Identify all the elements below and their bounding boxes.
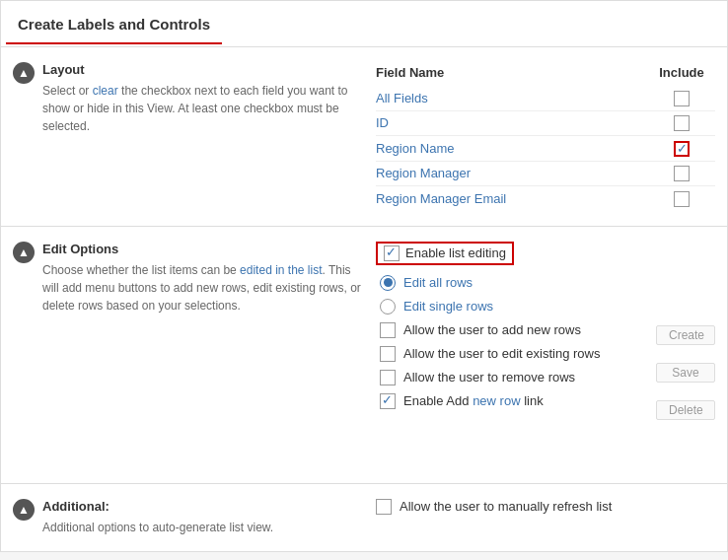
edit-section-left: ▲ Edit Options Choose whether the list i… bbox=[13, 242, 368, 315]
page-container: Create Labels and Controls ▲ Layout Sele… bbox=[0, 0, 728, 552]
additional-section-right: Allow the user to manually refresh list bbox=[368, 499, 715, 515]
action-button-slot: Save bbox=[656, 360, 715, 385]
edit-options-section: ▲ Edit Options Choose whether the list i… bbox=[1, 227, 727, 484]
layout-section-right: Field Name Include All FieldsIDRegion Na… bbox=[368, 62, 715, 211]
field-checkbox[interactable] bbox=[674, 141, 690, 157]
edit-section-right: Enable list editing Edit all rowsEdit si… bbox=[368, 242, 715, 468]
radio-label: Edit all rows bbox=[403, 275, 473, 290]
enable-list-edit-container: Enable list editing bbox=[376, 242, 514, 265]
check-option-label: Allow the user to add new rows bbox=[403, 322, 581, 337]
check-option-row: Enable Add new row link bbox=[376, 393, 646, 409]
field-row: ID bbox=[376, 110, 715, 136]
include-header: Include bbox=[656, 62, 715, 86]
field-checkbox[interactable] bbox=[674, 166, 690, 181]
check-options-container: Allow the user to add new rowsAllow the … bbox=[376, 322, 646, 417]
layout-label: Layout bbox=[42, 62, 368, 77]
layout-info: Layout Select or clear the checkbox next… bbox=[42, 62, 368, 135]
radio-button[interactable] bbox=[380, 275, 396, 291]
include-cell bbox=[656, 161, 715, 186]
action-button-slot: Create bbox=[656, 322, 715, 348]
check-option-checkbox[interactable] bbox=[380, 370, 396, 385]
check-option-checkbox[interactable] bbox=[380, 322, 396, 338]
check-option-row: Allow the user to add new rows bbox=[376, 322, 646, 338]
field-row: All Fields bbox=[376, 86, 715, 110]
check-option-text: Allow the user to add new rows bbox=[403, 322, 581, 337]
field-name-cell: Region Manager bbox=[376, 161, 656, 186]
layout-clear-link[interactable]: clear bbox=[93, 84, 118, 98]
field-name-cell: Region Manager Email bbox=[376, 186, 656, 211]
radio-row[interactable]: Edit single rows bbox=[376, 299, 715, 315]
field-name-header: Field Name bbox=[376, 62, 656, 86]
enable-list-edit-label: Enable list editing bbox=[405, 245, 506, 260]
check-option-text: Allow the user to remove rows bbox=[403, 370, 575, 385]
field-checkbox[interactable] bbox=[674, 91, 690, 106]
check-option-checkbox[interactable] bbox=[380, 393, 396, 409]
include-cell bbox=[656, 86, 715, 110]
field-table: Field Name Include All FieldsIDRegion Na… bbox=[376, 62, 715, 211]
check-option-checkbox[interactable] bbox=[380, 346, 396, 362]
check-option-label: Allow the user to edit existing rows bbox=[403, 346, 600, 361]
radio-label: Edit single rows bbox=[403, 299, 493, 314]
additional-desc: Additional options to auto-generate list… bbox=[42, 519, 273, 536]
check-options-area: Allow the user to add new rowsAllow the … bbox=[376, 322, 715, 468]
include-cell bbox=[656, 110, 715, 136]
action-button[interactable]: Create bbox=[656, 325, 715, 345]
layout-desc: Select or clear the checkbox next to eac… bbox=[42, 82, 368, 135]
radio-inner-dot bbox=[384, 278, 393, 287]
check-option-row: Allow the user to edit existing rows bbox=[376, 346, 646, 362]
check-option-text: Allow the user to edit existing rows bbox=[403, 346, 600, 361]
layout-section: ▲ Layout Select or clear the checkbox ne… bbox=[1, 47, 727, 227]
additional-label: Additional: bbox=[42, 499, 273, 514]
enable-list-edit-checkbox[interactable] bbox=[384, 245, 400, 261]
edit-collapse-icon[interactable]: ▲ bbox=[13, 242, 35, 263]
field-name-cell: All Fields bbox=[376, 86, 656, 110]
page-title: Create Labels and Controls bbox=[6, 1, 222, 44]
field-row: Region Manager Email bbox=[376, 186, 715, 211]
field-row: Region Name bbox=[376, 136, 715, 162]
field-checkbox[interactable] bbox=[674, 115, 690, 131]
action-button[interactable]: Save bbox=[656, 363, 715, 383]
field-name-cell: Region Name bbox=[376, 136, 656, 162]
layout-collapse-icon[interactable]: ▲ bbox=[13, 62, 35, 84]
edit-label: Edit Options bbox=[42, 242, 368, 256]
check-option-text: Enable Add bbox=[403, 393, 473, 408]
edit-info: Edit Options Choose whether the list ite… bbox=[42, 242, 368, 315]
title-area: Create Labels and Controls bbox=[1, 1, 727, 47]
manual-refresh-checkbox[interactable] bbox=[376, 499, 392, 515]
include-cell bbox=[656, 186, 715, 211]
check-option-text: link bbox=[521, 393, 544, 408]
check-option-label: Allow the user to remove rows bbox=[403, 370, 575, 385]
radio-options-container: Edit all rowsEdit single rows bbox=[376, 275, 715, 315]
check-option-row: Allow the user to remove rows bbox=[376, 370, 646, 385]
radio-button[interactable] bbox=[380, 299, 396, 315]
manual-refresh-label: Allow the user to manually refresh list bbox=[400, 499, 612, 514]
action-buttons-container: CreateSaveDelete bbox=[656, 322, 715, 468]
action-button-slot bbox=[656, 435, 715, 460]
additional-info: Additional: Additional options to auto-g… bbox=[42, 499, 273, 536]
edit-desc: Choose whether the list items can be edi… bbox=[42, 261, 368, 315]
include-cell bbox=[656, 136, 715, 162]
field-name-cell: ID bbox=[376, 110, 656, 136]
action-button-slot: Delete bbox=[656, 397, 715, 423]
edit-in-list-link[interactable]: edited in the list bbox=[240, 263, 322, 277]
radio-row[interactable]: Edit all rows bbox=[376, 275, 715, 291]
action-button[interactable]: Delete bbox=[656, 400, 715, 420]
layout-section-left: ▲ Layout Select or clear the checkbox ne… bbox=[13, 62, 368, 135]
field-checkbox[interactable] bbox=[674, 191, 690, 207]
manually-refresh-link[interactable]: manually refresh list bbox=[498, 499, 613, 514]
additional-collapse-icon[interactable]: ▲ bbox=[13, 499, 35, 521]
check-option-link[interactable]: new row bbox=[473, 393, 520, 408]
enable-list-edit-row: Enable list editing bbox=[376, 242, 715, 265]
additional-check-row: Allow the user to manually refresh list bbox=[376, 499, 715, 515]
field-row: Region Manager bbox=[376, 161, 715, 186]
additional-section-left: ▲ Additional: Additional options to auto… bbox=[13, 499, 368, 536]
check-option-label: Enable Add new row link bbox=[403, 393, 544, 408]
additional-section: ▲ Additional: Additional options to auto… bbox=[1, 484, 727, 551]
